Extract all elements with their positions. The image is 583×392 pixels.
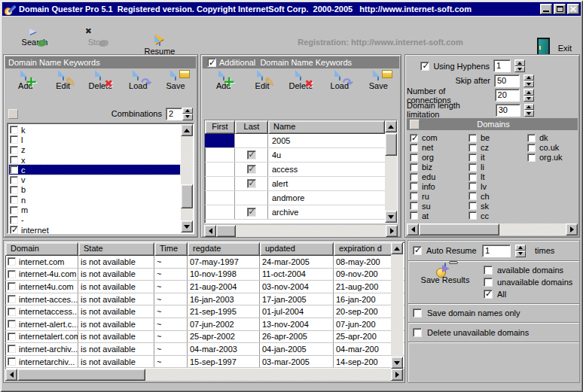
setting-input[interactable]: 20 [495, 89, 520, 102]
domain-tld-item[interactable]: li [469, 163, 527, 172]
scroll-down-icon[interactable] [181, 220, 193, 232]
result-row[interactable]: internet-4u.com is not available ~ 10-no… [5, 269, 404, 281]
tld-checkbox[interactable] [410, 202, 418, 210]
setting-input[interactable]: 50 [494, 74, 520, 87]
stop-button[interactable]: Stop [75, 36, 118, 47]
scroll-up-icon[interactable] [385, 120, 397, 132]
tld-checkbox[interactable] [410, 211, 418, 220]
domain-tld-item[interactable]: ch [469, 191, 527, 201]
column-header[interactable]: First [205, 120, 235, 134]
scroll-thumb[interactable] [419, 223, 499, 236]
result-row[interactable]: internetalert.com is not available ~ 25-… [5, 331, 404, 344]
save-results-button[interactable]: Save Results [420, 263, 470, 284]
scroll-left-icon[interactable] [5, 369, 17, 381]
column-header[interactable]: State [78, 242, 154, 256]
domain-tld-item[interactable]: net [410, 143, 469, 153]
auto-resume-spinner[interactable] [515, 245, 526, 257]
results-hscrollbar[interactable] [5, 369, 403, 381]
keyword-checkbox[interactable] [10, 146, 18, 154]
spin-down-icon[interactable] [182, 114, 193, 120]
keyword-checkbox[interactable] [10, 206, 18, 214]
select-all-keywords-toggle[interactable] [8, 109, 18, 119]
auto-resume-checkbox[interactable] [413, 246, 422, 255]
scroll-down-icon[interactable] [391, 357, 403, 369]
domain-tld-item[interactable]: info [410, 181, 469, 191]
keyword-item[interactable]: n [9, 195, 180, 205]
result-checkbox[interactable] [8, 308, 16, 316]
tld-checkbox[interactable] [527, 134, 536, 142]
tld-checkbox[interactable] [469, 192, 477, 200]
keyword-tool-button[interactable]: Save [158, 70, 193, 105]
scroll-thumb[interactable] [216, 225, 236, 237]
spin-down-icon[interactable] [514, 66, 525, 73]
spin-up-icon[interactable] [523, 89, 534, 96]
result-checkbox[interactable] [8, 320, 16, 328]
last-checkbox[interactable] [247, 179, 256, 188]
additional-table-vscrollbar[interactable] [385, 120, 397, 223]
tld-checkbox[interactable] [469, 173, 477, 181]
keyword-tool-button[interactable]: Edit [46, 70, 81, 105]
setting-spinner[interactable] [524, 104, 534, 117]
filter-option[interactable]: unavailable domains [484, 276, 572, 288]
scroll-thumb[interactable] [385, 133, 397, 156]
additional-tool-button[interactable]: Load [322, 70, 357, 105]
keyword-checkbox[interactable] [10, 135, 18, 144]
domain-tld-item[interactable]: lv [469, 181, 527, 191]
additional-keyword-row[interactable]: 4u [205, 148, 397, 163]
result-row[interactable]: internet-acces... is not available ~ 16-… [5, 293, 404, 306]
additional-keywords-checkbox[interactable] [207, 58, 216, 67]
scroll-down-icon[interactable] [385, 211, 397, 223]
setting-input[interactable]: 1 [493, 59, 511, 72]
select-all-domains-toggle[interactable] [410, 120, 420, 129]
additional-table-hscrollbar[interactable] [204, 225, 398, 237]
close-button[interactable]: × [567, 4, 579, 14]
last-cell[interactable] [235, 134, 268, 147]
filter-option[interactable]: available domains [484, 264, 572, 276]
setting-input[interactable]: 30 [496, 104, 520, 117]
result-row[interactable]: internet4u.com is not available ~ 21-aug… [5, 281, 404, 293]
domain-tld-item[interactable]: org [410, 153, 469, 163]
domain-tld-item[interactable]: co.uk [527, 143, 576, 153]
keyword-checkbox[interactable] [10, 196, 18, 204]
domain-tld-item[interactable]: cz [469, 143, 527, 153]
maximize-button[interactable] [554, 4, 566, 14]
domain-tld-item[interactable]: edu [410, 172, 469, 182]
additional-keyword-row[interactable]: access [205, 163, 397, 177]
domain-tld-item[interactable]: biz [410, 163, 469, 172]
domain-tld-item[interactable]: be [469, 133, 527, 143]
scroll-right-icon[interactable] [391, 369, 403, 381]
setting-spinner[interactable] [523, 74, 534, 87]
tld-checkbox[interactable] [469, 163, 477, 172]
keyword-item[interactable]: l [9, 135, 180, 144]
domain-tld-item[interactable]: com [410, 133, 469, 143]
keyword-item[interactable]: b [9, 185, 180, 195]
scroll-left-icon[interactable] [407, 223, 419, 236]
filter-option[interactable]: All [484, 288, 572, 300]
first-cell[interactable] [205, 148, 235, 162]
tld-checkbox[interactable] [410, 134, 418, 142]
search-button[interactable]: Search [13, 36, 56, 47]
filter-checkbox[interactable] [484, 278, 493, 287]
keyword-item[interactable]: m [9, 205, 180, 214]
minimize-button[interactable] [540, 4, 552, 14]
additional-keyword-row[interactable]: 2005 [205, 134, 397, 148]
result-checkbox[interactable] [8, 295, 16, 303]
keyword-list-scrollbar[interactable] [181, 124, 193, 232]
spin-down-icon[interactable] [524, 110, 534, 117]
column-header[interactable]: Name [268, 120, 385, 134]
domain-tld-item[interactable]: su [410, 201, 469, 211]
tld-checkbox[interactable] [410, 163, 418, 172]
result-row[interactable]: internet-archiv... is not available ~ 04… [5, 343, 404, 356]
resume-button[interactable]: Resume [138, 36, 182, 56]
spin-down-icon[interactable] [515, 251, 526, 257]
scroll-right-icon[interactable] [566, 223, 578, 236]
combinations-spinner[interactable] [182, 108, 193, 120]
tld-checkbox[interactable] [410, 144, 418, 152]
spin-down-icon[interactable] [523, 81, 534, 87]
spin-down-icon[interactable] [523, 96, 534, 102]
scroll-up-icon[interactable] [391, 242, 403, 254]
result-checkbox[interactable] [8, 345, 16, 353]
keyword-checkbox[interactable] [10, 126, 18, 134]
tld-checkbox[interactable] [469, 153, 477, 162]
tld-checkbox[interactable] [410, 192, 418, 200]
